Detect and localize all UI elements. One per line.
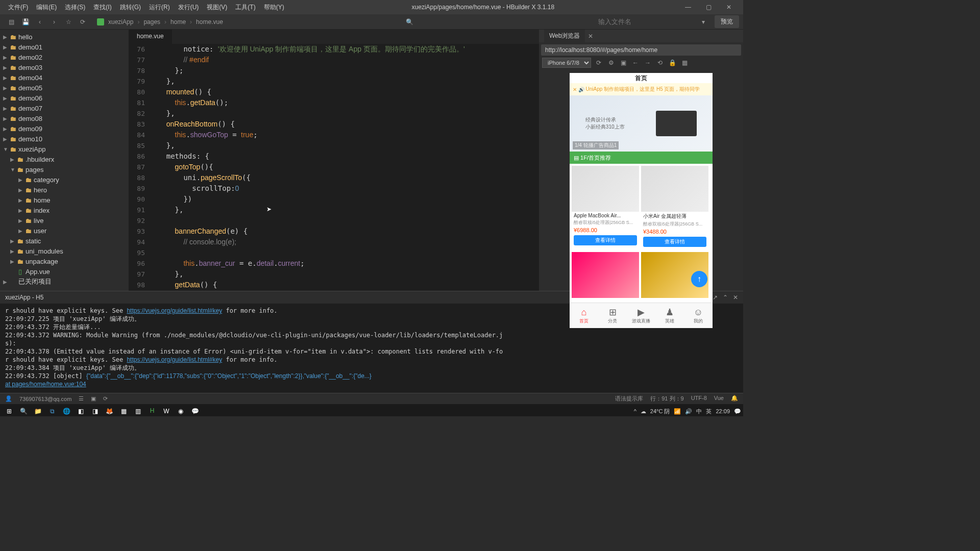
tree-item[interactable]: ▶🖿static <box>0 236 129 246</box>
chevron-icon[interactable]: ▶ <box>10 238 16 244</box>
tree-item[interactable]: ▶🖿home <box>0 195 129 205</box>
tree-item[interactable]: ▶🖿demo05 <box>0 83 129 93</box>
chevron-icon[interactable]: ▶ <box>10 248 16 254</box>
search-task-icon[interactable]: 🔍 <box>16 405 31 416</box>
tab-item[interactable]: ☺我的 <box>684 303 713 328</box>
code-editor[interactable]: home.vue 76 77 78 79 80 81 82 83 84 85 8… <box>129 30 539 291</box>
minimize-icon[interactable]: — <box>678 4 698 11</box>
tree-item[interactable]: ▶已关闭项目 <box>0 277 129 287</box>
product-card[interactable]: Apple MacBook Air... 酷睿双核i5处理器|256GB S..… <box>572 166 639 248</box>
tree-item[interactable]: ▶🖿live <box>0 215 129 226</box>
tree-item[interactable]: ▶🖿demo01 <box>0 42 129 52</box>
menu-item[interactable]: 编辑(E) <box>32 3 61 12</box>
chevron-icon[interactable]: ▶ <box>3 279 9 285</box>
url-input[interactable]: http://localhost:8080/#/pages/home/home <box>541 44 741 56</box>
wechat-icon[interactable]: 💬 <box>188 405 202 416</box>
menu-item[interactable]: 发行(U) <box>174 3 203 12</box>
tree-item[interactable]: ▶🖿demo04 <box>0 72 129 83</box>
terminal-icon[interactable]: ▣ <box>91 395 96 402</box>
chevron-icon[interactable]: ▶ <box>18 228 24 234</box>
product-card[interactable]: 小米Air 金属超轻薄 酷睿双核i5处理器|256GB S... ¥3488.0… <box>641 166 708 248</box>
ime-icon[interactable]: 英 <box>706 408 712 415</box>
tree-item[interactable]: ▶🖿.hbuilderx <box>0 154 129 164</box>
refresh-icon[interactable]: ⟳ <box>77 16 89 28</box>
phone-preview[interactable]: 首页 ✕ 🔊 UniApp 制作前端项目，这里是 H5 页面，期待同学 经典设计… <box>570 73 713 328</box>
hbuilder-icon[interactable]: H <box>145 405 159 416</box>
status-language[interactable]: Vue <box>714 395 724 403</box>
chevron-icon[interactable]: ▶ <box>18 187 24 193</box>
reload-icon[interactable]: ⟳ <box>594 58 603 67</box>
app-icon[interactable]: ◧ <box>74 405 88 416</box>
chevron-icon[interactable]: ▶ <box>3 34 9 40</box>
tree-item[interactable]: ▶🖿demo07 <box>0 103 129 113</box>
network-icon[interactable]: 📶 <box>674 408 681 415</box>
filter-icon[interactable]: ▾ <box>697 16 709 28</box>
search-input[interactable] <box>594 16 696 28</box>
chevron-icon[interactable]: ▼ <box>3 146 9 152</box>
breadcrumb-item[interactable]: pages <box>143 18 160 26</box>
close-preview-icon[interactable]: ✕ <box>588 33 593 40</box>
tree-item[interactable]: ▶🖿category <box>0 174 129 185</box>
chevron-icon[interactable]: ▶ <box>18 177 24 183</box>
chevron-icon[interactable]: ▶ <box>10 259 16 264</box>
file-explorer[interactable]: ▶🖿hello▶🖿demo01▶🖿demo02▶🖿demo03▶🖿demo04▶… <box>0 30 129 291</box>
chevron-icon[interactable]: ▶ <box>3 95 9 101</box>
volume-icon[interactable]: 🔊 <box>685 408 692 415</box>
chevron-icon[interactable]: ▼ <box>10 167 16 172</box>
device-select[interactable]: iPhone 6/7/8 <box>542 58 591 68</box>
status-encoding[interactable]: UTF-8 <box>691 395 707 403</box>
settings-icon[interactable]: ⚙ <box>606 58 616 67</box>
console-open-icon[interactable]: ↗ <box>713 294 718 301</box>
menu-item[interactable]: 查找(I) <box>89 3 115 12</box>
console-collapse-icon[interactable]: ⌃ <box>723 294 728 301</box>
tree-item[interactable]: ▶🖿demo03 <box>0 62 129 72</box>
qr-icon[interactable]: ▦ <box>680 58 689 67</box>
chevron-icon[interactable]: ▶ <box>3 106 9 111</box>
chevron-icon[interactable]: ▶ <box>18 218 24 223</box>
view-detail-button[interactable]: 查看详情 <box>643 237 706 247</box>
tree-item[interactable]: ▶🖿unpackage <box>0 256 129 266</box>
nav-reload-icon[interactable]: ⟲ <box>655 58 665 67</box>
sync-icon[interactable]: ⟳ <box>103 395 108 402</box>
close-icon[interactable]: ✕ <box>719 4 739 11</box>
tab-item[interactable]: ♟英雄 <box>655 303 684 328</box>
tree-item[interactable]: ▶🖿demo06 <box>0 93 129 103</box>
chevron-icon[interactable]: ▶ <box>3 136 9 142</box>
tree-item[interactable]: ▶🖿demo09 <box>0 123 129 134</box>
ime-icon[interactable]: 中 <box>696 408 702 415</box>
tree-item[interactable]: ▶🖿uni_modules <box>0 246 129 256</box>
tree-item[interactable]: ▶🖿hello <box>0 32 129 42</box>
chevron-icon[interactable]: ▶ <box>3 116 9 121</box>
console-close-icon[interactable]: ✕ <box>733 294 738 301</box>
weather-icon[interactable]: ☁ <box>641 408 646 415</box>
clock[interactable]: 22:09 <box>716 408 730 414</box>
tree-item[interactable]: ▶🖿demo08 <box>0 113 129 123</box>
breadcrumb-item[interactable]: home.vue <box>196 18 223 26</box>
chevron-icon[interactable]: ▶ <box>3 85 9 91</box>
screenshot-icon[interactable]: ▣ <box>619 58 628 67</box>
tree-item[interactable]: ▶🖿user <box>0 226 129 236</box>
word-icon[interactable]: W <box>159 405 174 416</box>
tree-item[interactable]: ▶🖿demo10 <box>0 134 129 144</box>
lock-icon[interactable]: 🔒 <box>668 58 677 67</box>
breadcrumb-item[interactable]: home <box>170 18 186 26</box>
list-icon[interactable]: ☰ <box>79 395 84 402</box>
app-icon[interactable]: ◉ <box>174 405 188 416</box>
chevron-icon[interactable]: ▶ <box>3 55 9 60</box>
user-icon[interactable]: 👤 <box>5 395 12 402</box>
chevron-icon[interactable]: ▶ <box>18 197 24 203</box>
tree-item[interactable]: ▯App.vue <box>0 266 129 277</box>
code-content[interactable]: notice: '欢迎使用 UniApp 制作前端项目，这里是 App 页面。期… <box>149 44 539 291</box>
close-notice-icon[interactable]: ✕ <box>573 87 577 92</box>
menu-item[interactable]: 工具(T) <box>231 3 259 12</box>
chevron-icon[interactable]: ▶ <box>3 65 9 70</box>
menu-item[interactable]: 帮助(Y) <box>260 3 288 12</box>
nav-back-icon[interactable]: ← <box>631 58 640 67</box>
goto-top-button[interactable]: ↑ <box>691 271 707 287</box>
chevron-icon[interactable]: ▶ <box>18 208 24 213</box>
menu-item[interactable]: 视图(V) <box>203 3 231 12</box>
bell-icon[interactable]: 🔔 <box>731 395 738 403</box>
status-syntax[interactable]: 语法提示库 <box>615 395 643 403</box>
banner[interactable]: 经典设计传承 小新经典310上市 1/4 轮播广告商品1 <box>570 95 713 152</box>
menu-item[interactable]: 跳转(G) <box>116 3 145 12</box>
